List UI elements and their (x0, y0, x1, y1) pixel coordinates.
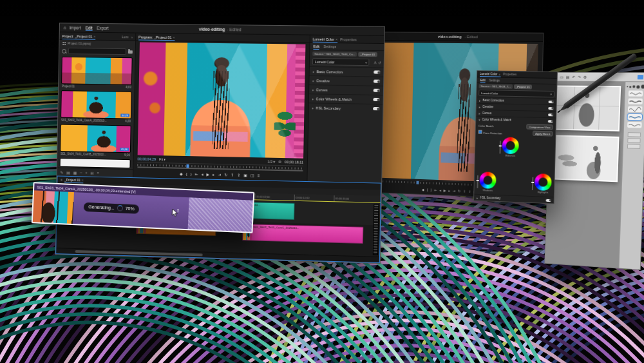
bin-item-partial[interactable] (60, 158, 131, 168)
play-icon[interactable]: ▶ (444, 188, 446, 192)
comparison-view-button[interactable]: Comparison View (527, 124, 553, 130)
section-toggle[interactable] (548, 120, 553, 123)
bin-item[interactable]: 05;36 S01_Sh04_Tk01_CamB_2025010...5;36 (60, 124, 131, 159)
edit-pencil-icon[interactable]: ✎ (60, 170, 63, 174)
button-editor-icon[interactable]: ≡ (258, 173, 260, 177)
section-toggle[interactable] (373, 98, 379, 101)
share-button[interactable] (638, 75, 643, 79)
section-toggle[interactable] (374, 80, 380, 83)
menu-edit[interactable]: Edit (85, 25, 92, 30)
add-marker-icon[interactable]: ◆ (180, 172, 183, 176)
color-wheel[interactable] (535, 173, 552, 191)
scrollbar-handle[interactable] (75, 250, 203, 256)
menu-export[interactable]: Export (97, 25, 109, 30)
brush-preset-3[interactable] (628, 106, 643, 112)
section-toggle[interactable] (548, 113, 553, 116)
export-frame-icon[interactable]: ▣ (243, 173, 247, 177)
list-view-icon[interactable]: ▤ (66, 170, 70, 174)
tab-project[interactable]: Project: _Project 01 × (62, 32, 95, 39)
tab-edit[interactable]: Edit (313, 43, 319, 50)
lumetri-preset-dropdown[interactable]: Lumetri Color ▾ (312, 58, 370, 66)
bin-item[interactable]: Project 014;03 (61, 57, 133, 90)
zoom-level-dropdown[interactable]: Fit▾ (159, 157, 166, 161)
step-back-icon[interactable]: ◂ (202, 172, 204, 176)
extract-icon[interactable]: ⇪ (468, 190, 471, 193)
zoom-in-icon[interactable]: + (85, 171, 88, 175)
section-toggle[interactable] (373, 107, 379, 110)
tab-program[interactable]: Program: _Project 01 × (138, 34, 175, 41)
color-wheel[interactable] (502, 137, 519, 154)
timeline-clip-magenta[interactable]: S01_Sh02_Tk03_CamC_2025010... (242, 224, 363, 244)
face-detection-checkbox[interactable]: Face Detection (478, 130, 502, 135)
mark-out-icon[interactable]: } (431, 188, 432, 192)
section-toggle[interactable] (546, 199, 551, 201)
brush-preset-5[interactable] (627, 122, 642, 128)
go-to-out-icon[interactable]: ⇥ (218, 172, 221, 177)
brush-size-dots[interactable] (627, 84, 644, 88)
zoom-out-icon[interactable]: – (80, 170, 82, 174)
close-icon[interactable]: × (93, 34, 95, 38)
settings-icon[interactable]: ⚙ (583, 75, 587, 79)
source-chip[interactable]: Source • S01_Sh03_T... (478, 84, 512, 89)
delete-icon[interactable]: × (97, 171, 99, 175)
mark-in-icon[interactable]: { (427, 188, 428, 191)
project-chip[interactable]: _Project 01 (359, 52, 377, 57)
step-forward-icon[interactable]: ▸ (448, 189, 450, 193)
undo-icon[interactable]: ↶ (572, 75, 575, 79)
mark-in-icon[interactable]: { (186, 172, 187, 175)
auto-icon[interactable]: A (374, 61, 377, 64)
close-icon[interactable]: × (82, 178, 84, 182)
close-icon[interactable]: × (173, 35, 175, 39)
comparison-view-icon[interactable]: ◫ (251, 173, 254, 177)
new-bin-icon[interactable]: ⊞ (91, 170, 94, 175)
brush-preset-4-active[interactable] (627, 114, 642, 121)
wheel-slider[interactable] (499, 141, 501, 153)
color-wheel[interactable] (479, 172, 496, 189)
playhead[interactable] (417, 181, 419, 184)
lift-icon[interactable]: ⇧ (231, 172, 234, 177)
monitor-settings-icon[interactable]: ⚙ (278, 160, 281, 164)
go-to-out-icon[interactable]: ⇥ (453, 189, 455, 193)
tab-lumetri-color[interactable]: Lumetri Color× (480, 71, 500, 77)
wheel-slider[interactable] (477, 175, 478, 188)
eraser-tool-icon[interactable]: ▭ (560, 75, 564, 79)
project-chip[interactable]: _Project 01 (514, 84, 532, 89)
bin-breadcrumb[interactable]: Project 01.prproj (59, 40, 135, 47)
tab-edit[interactable]: Edit (480, 77, 486, 83)
grid-view-icon[interactable]: ▦ (73, 170, 77, 175)
extract-icon[interactable]: ⇪ (237, 173, 240, 177)
section-toggle[interactable] (374, 89, 380, 92)
storyboard-frame-1[interactable] (553, 85, 621, 131)
storyboard-frame-2[interactable] (551, 135, 619, 182)
redo-icon[interactable]: ↷ (578, 75, 581, 79)
apply-match-button[interactable]: Apply Match (533, 131, 553, 137)
bin-item[interactable]: 04;29 S01_Sh03_Tk04_CamA_2025010...4;29 (61, 90, 132, 124)
go-to-in-icon[interactable]: ⇤ (434, 188, 437, 192)
brush-options[interactable] (627, 132, 641, 149)
play-icon[interactable]: ▶ (207, 172, 210, 177)
home-icon[interactable]: ⌂ (64, 25, 66, 30)
step-forward-icon[interactable]: ▸ (213, 172, 214, 177)
tab-settings[interactable]: Settings (323, 44, 336, 48)
tab-sequence[interactable]: _Project 01 × (64, 177, 84, 184)
brush-preset-1[interactable] (629, 90, 643, 96)
tab-properties[interactable]: Properties (503, 72, 516, 77)
tab-lumetri-color[interactable]: Lumetri Color × (313, 35, 338, 43)
layers-icon[interactable]: ▤ (566, 75, 570, 79)
tab-settings[interactable]: Settings (489, 79, 500, 82)
lumetri-section-row[interactable]: ▸ HSL Secondary (308, 103, 383, 113)
section-toggle[interactable] (374, 70, 380, 74)
tab-properties[interactable]: Properties (340, 35, 357, 43)
playback-resolution-dropdown[interactable]: 1/2▾ (267, 160, 275, 164)
reset-icon[interactable]: ↺ (378, 61, 381, 64)
source-chip[interactable]: Source • S01_Sh03_Tk04_Ca... (312, 52, 357, 57)
go-to-in-icon[interactable]: ⇤ (195, 172, 198, 176)
add-marker-icon[interactable]: ◆ (422, 188, 424, 191)
close-icon[interactable]: × (498, 72, 500, 76)
overflow-chevron-icon[interactable]: » (131, 35, 133, 39)
section-toggle[interactable] (548, 107, 553, 110)
tab-lumetri-overflow[interactable]: Lum (122, 35, 129, 39)
menu-import[interactable]: Import (70, 25, 81, 30)
step-back-icon[interactable]: ◂ (439, 188, 441, 192)
lift-icon[interactable]: ⇧ (463, 189, 466, 193)
